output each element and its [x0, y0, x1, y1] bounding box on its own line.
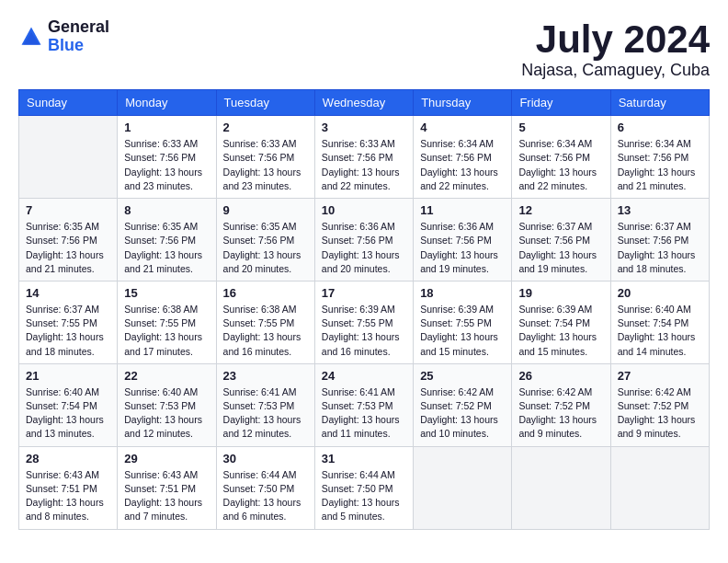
day-info: Sunrise: 6:38 AM Sunset: 7:55 PM Dayligh…: [124, 303, 209, 359]
week-row-2: 7Sunrise: 6:35 AM Sunset: 7:56 PM Daylig…: [19, 199, 710, 282]
day-number: 28: [26, 452, 110, 465]
day-info: Sunrise: 6:42 AM Sunset: 7:52 PM Dayligh…: [420, 385, 505, 442]
day-info: Sunrise: 6:40 AM Sunset: 7:54 PM Dayligh…: [26, 385, 110, 442]
header-row: Sunday Monday Tuesday Wednesday Thursday…: [19, 90, 710, 116]
calendar-cell: 27Sunrise: 6:42 AM Sunset: 7:52 PM Dayli…: [610, 363, 709, 446]
day-info: Sunrise: 6:34 AM Sunset: 7:56 PM Dayligh…: [518, 137, 603, 193]
calendar-cell: [512, 446, 610, 529]
title-block: July 2024 Najasa, Camaguey, Cuba: [521, 18, 710, 80]
calendar-cell: 24Sunrise: 6:41 AM Sunset: 7:53 PM Dayli…: [314, 363, 413, 446]
calendar-cell: 12Sunrise: 6:37 AM Sunset: 7:56 PM Dayli…: [512, 199, 610, 282]
day-info: Sunrise: 6:33 AM Sunset: 7:56 PM Dayligh…: [223, 137, 308, 193]
day-number: 27: [618, 369, 702, 383]
calendar-cell: 10Sunrise: 6:36 AM Sunset: 7:56 PM Dayli…: [314, 199, 413, 282]
day-info: Sunrise: 6:33 AM Sunset: 7:56 PM Dayligh…: [322, 137, 406, 193]
col-thursday: Thursday: [414, 90, 512, 116]
calendar-cell: 1Sunrise: 6:33 AM Sunset: 7:56 PM Daylig…: [118, 116, 216, 199]
col-saturday: Saturday: [610, 90, 709, 116]
col-monday: Monday: [118, 90, 216, 116]
calendar-table: Sunday Monday Tuesday Wednesday Thursday…: [18, 89, 710, 529]
day-info: Sunrise: 6:35 AM Sunset: 7:56 PM Dayligh…: [26, 220, 110, 276]
day-info: Sunrise: 6:43 AM Sunset: 7:51 PM Dayligh…: [124, 468, 209, 524]
calendar-cell: 23Sunrise: 6:41 AM Sunset: 7:53 PM Dayli…: [216, 363, 314, 446]
day-number: 21: [26, 369, 110, 383]
day-number: 25: [420, 369, 505, 383]
logo-blue-text: Blue: [48, 37, 109, 55]
day-number: 29: [124, 452, 209, 465]
day-number: 30: [223, 452, 308, 465]
day-number: 2: [223, 121, 308, 134]
calendar-cell: 5Sunrise: 6:34 AM Sunset: 7:56 PM Daylig…: [512, 116, 610, 199]
day-number: 7: [26, 203, 110, 217]
calendar-cell: 14Sunrise: 6:37 AM Sunset: 7:55 PM Dayli…: [19, 281, 118, 363]
week-row-5: 28Sunrise: 6:43 AM Sunset: 7:51 PM Dayli…: [19, 446, 710, 529]
calendar-cell: 28Sunrise: 6:43 AM Sunset: 7:51 PM Dayli…: [19, 446, 118, 529]
day-number: 24: [322, 369, 406, 383]
calendar-cell: 25Sunrise: 6:42 AM Sunset: 7:52 PM Dayli…: [414, 363, 512, 446]
day-info: Sunrise: 6:44 AM Sunset: 7:50 PM Dayligh…: [223, 468, 308, 524]
calendar-cell: [610, 446, 709, 529]
day-info: Sunrise: 6:34 AM Sunset: 7:56 PM Dayligh…: [618, 137, 702, 193]
calendar-cell: 22Sunrise: 6:40 AM Sunset: 7:53 PM Dayli…: [118, 363, 216, 446]
col-sunday: Sunday: [19, 90, 118, 116]
day-number: 23: [223, 369, 308, 383]
day-info: Sunrise: 6:36 AM Sunset: 7:56 PM Dayligh…: [420, 220, 505, 276]
day-number: 4: [420, 121, 505, 134]
day-number: 31: [322, 452, 406, 465]
day-number: 16: [223, 286, 308, 300]
day-info: Sunrise: 6:39 AM Sunset: 7:54 PM Dayligh…: [518, 303, 603, 359]
location-text: Najasa, Camaguey, Cuba: [521, 61, 710, 80]
calendar-cell: 17Sunrise: 6:39 AM Sunset: 7:55 PM Dayli…: [314, 281, 413, 363]
day-info: Sunrise: 6:40 AM Sunset: 7:53 PM Dayligh…: [124, 385, 209, 442]
day-number: 19: [518, 286, 603, 300]
calendar-cell: 21Sunrise: 6:40 AM Sunset: 7:54 PM Dayli…: [19, 363, 118, 446]
col-tuesday: Tuesday: [216, 90, 314, 116]
day-info: Sunrise: 6:43 AM Sunset: 7:51 PM Dayligh…: [26, 468, 110, 524]
day-number: 26: [518, 369, 603, 383]
calendar-cell: 9Sunrise: 6:35 AM Sunset: 7:56 PM Daylig…: [216, 199, 314, 282]
calendar-cell: [19, 116, 118, 199]
calendar-cell: 16Sunrise: 6:38 AM Sunset: 7:55 PM Dayli…: [216, 281, 314, 363]
day-number: 18: [420, 286, 505, 300]
week-row-1: 1Sunrise: 6:33 AM Sunset: 7:56 PM Daylig…: [19, 116, 710, 199]
calendar-cell: 13Sunrise: 6:37 AM Sunset: 7:56 PM Dayli…: [610, 199, 709, 282]
calendar-cell: 19Sunrise: 6:39 AM Sunset: 7:54 PM Dayli…: [512, 281, 610, 363]
day-info: Sunrise: 6:38 AM Sunset: 7:55 PM Dayligh…: [223, 303, 308, 359]
day-number: 9: [223, 203, 308, 217]
day-info: Sunrise: 6:36 AM Sunset: 7:56 PM Dayligh…: [322, 220, 406, 276]
day-info: Sunrise: 6:44 AM Sunset: 7:50 PM Dayligh…: [322, 468, 406, 524]
calendar-cell: 20Sunrise: 6:40 AM Sunset: 7:54 PM Dayli…: [610, 281, 709, 363]
day-info: Sunrise: 6:41 AM Sunset: 7:53 PM Dayligh…: [322, 385, 406, 442]
day-number: 3: [322, 121, 406, 134]
day-info: Sunrise: 6:37 AM Sunset: 7:56 PM Dayligh…: [518, 220, 603, 276]
day-number: 22: [124, 369, 209, 383]
week-row-4: 21Sunrise: 6:40 AM Sunset: 7:54 PM Dayli…: [19, 363, 710, 446]
calendar-cell: 30Sunrise: 6:44 AM Sunset: 7:50 PM Dayli…: [216, 446, 314, 529]
day-number: 10: [322, 203, 406, 217]
day-info: Sunrise: 6:33 AM Sunset: 7:56 PM Dayligh…: [124, 137, 209, 193]
day-info: Sunrise: 6:39 AM Sunset: 7:55 PM Dayligh…: [420, 303, 505, 359]
day-info: Sunrise: 6:37 AM Sunset: 7:55 PM Dayligh…: [26, 303, 110, 359]
calendar-cell: 26Sunrise: 6:42 AM Sunset: 7:52 PM Dayli…: [512, 363, 610, 446]
day-number: 17: [322, 286, 406, 300]
logo-general-text: General: [48, 18, 109, 37]
day-info: Sunrise: 6:40 AM Sunset: 7:54 PM Dayligh…: [618, 303, 702, 359]
calendar-cell: 2Sunrise: 6:33 AM Sunset: 7:56 PM Daylig…: [216, 116, 314, 199]
calendar-cell: 7Sunrise: 6:35 AM Sunset: 7:56 PM Daylig…: [19, 199, 118, 282]
calendar-cell: 15Sunrise: 6:38 AM Sunset: 7:55 PM Dayli…: [118, 281, 216, 363]
day-number: 13: [618, 203, 702, 217]
day-number: 15: [124, 286, 209, 300]
day-number: 20: [618, 286, 702, 300]
day-info: Sunrise: 6:35 AM Sunset: 7:56 PM Dayligh…: [124, 220, 209, 276]
week-row-3: 14Sunrise: 6:37 AM Sunset: 7:55 PM Dayli…: [19, 281, 710, 363]
logo: General Blue: [18, 18, 109, 55]
day-info: Sunrise: 6:42 AM Sunset: 7:52 PM Dayligh…: [518, 385, 603, 442]
logo-icon: [18, 24, 44, 50]
day-number: 14: [26, 286, 110, 300]
calendar-cell: 18Sunrise: 6:39 AM Sunset: 7:55 PM Dayli…: [414, 281, 512, 363]
calendar-cell: 6Sunrise: 6:34 AM Sunset: 7:56 PM Daylig…: [610, 116, 709, 199]
day-info: Sunrise: 6:41 AM Sunset: 7:53 PM Dayligh…: [223, 385, 308, 442]
calendar-cell: 31Sunrise: 6:44 AM Sunset: 7:50 PM Dayli…: [314, 446, 413, 529]
col-wednesday: Wednesday: [314, 90, 413, 116]
day-info: Sunrise: 6:35 AM Sunset: 7:56 PM Dayligh…: [223, 220, 308, 276]
